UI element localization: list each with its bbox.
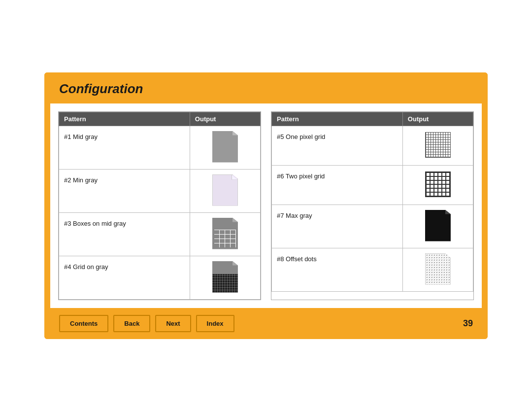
pattern-label: #8 Offset dots — [272, 248, 403, 291]
pattern-label: #5 One pixel grid — [272, 126, 403, 165]
left-table-panel: Pattern Output #1 Mid gray #2 Min gray — [58, 111, 261, 300]
pattern-label: #6 Two pixel grid — [272, 165, 403, 205]
table-row: #8 Offset dots — [272, 248, 473, 291]
table-row: #7 Max gray — [272, 205, 473, 248]
output-cell — [190, 126, 260, 169]
gridgray-icon — [212, 261, 238, 293]
next-button[interactable]: Next — [155, 315, 191, 332]
table-row: #1 Mid gray — [59, 126, 261, 169]
output-cell — [190, 212, 260, 256]
table-row: #6 Two pixel grid — [272, 165, 473, 205]
right-col-output: Output — [402, 112, 473, 126]
two-pixel-grid-icon — [425, 171, 451, 197]
page-number: 39 — [463, 318, 473, 329]
table-row: #2 Min gray — [59, 169, 261, 212]
output-cell — [402, 165, 473, 205]
left-col-output: Output — [190, 112, 260, 126]
pattern-label: #4 Grid on gray — [59, 256, 190, 299]
main-container: Configuration Pattern Output #1 Mid gray — [44, 72, 488, 339]
maxgray-icon — [425, 210, 451, 241]
table-row: #5 One pixel grid — [272, 126, 473, 165]
table-row: #4 Grid on gray — [59, 256, 261, 299]
content-area: Pattern Output #1 Mid gray #2 Min gray — [50, 103, 482, 308]
midgray-icon — [212, 131, 238, 163]
footer-bar: Contents Back Next Index 39 — [44, 308, 488, 339]
table-row: #3 Boxes on mid gray — [59, 212, 261, 256]
right-col-pattern: Pattern — [272, 112, 403, 126]
header: Configuration — [44, 72, 488, 103]
mingray-icon — [212, 174, 238, 206]
pattern-label: #3 Boxes on mid gray — [59, 212, 190, 256]
index-button[interactable]: Index — [196, 315, 234, 332]
boxes-icon — [212, 218, 238, 249]
pattern-label: #1 Mid gray — [59, 126, 190, 169]
pattern-label: #2 Min gray — [59, 169, 190, 212]
offset-dots-icon — [425, 253, 451, 285]
back-button[interactable]: Back — [113, 315, 150, 332]
contents-button[interactable]: Contents — [59, 315, 108, 332]
left-table: Pattern Output #1 Mid gray #2 Min gray — [59, 112, 261, 300]
output-cell — [402, 205, 473, 248]
output-cell — [402, 126, 473, 165]
right-table: Pattern Output #5 One pixel grid #6 Two … — [271, 112, 473, 292]
output-cell — [190, 256, 260, 299]
output-cell — [402, 248, 473, 291]
right-table-panel: Pattern Output #5 One pixel grid #6 Two … — [271, 111, 474, 300]
pattern-label: #7 Max gray — [272, 205, 403, 248]
one-pixel-grid-icon — [425, 132, 451, 158]
page-title: Configuration — [59, 81, 473, 97]
left-col-pattern: Pattern — [59, 112, 190, 126]
output-cell — [190, 169, 260, 212]
